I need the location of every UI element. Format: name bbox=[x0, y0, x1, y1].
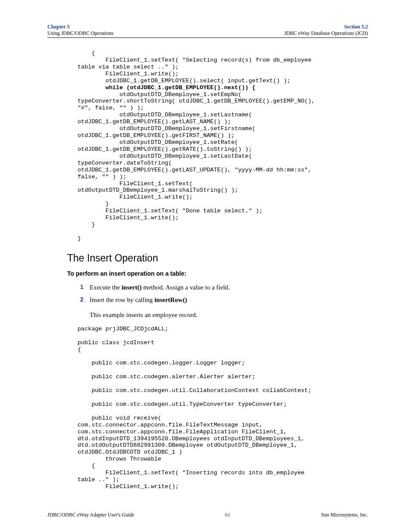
step-1: Execute the insert() method. Assign a va… bbox=[77, 283, 368, 292]
footer-page-number: 61 bbox=[225, 512, 230, 518]
chapter-label: Chapter 5 bbox=[47, 24, 69, 30]
code-block-select: { FileClient_1.setText( "Selecting recor… bbox=[78, 50, 368, 242]
section-subtitle: JDBC eWay Database Operations (JCD) bbox=[284, 30, 368, 36]
section-heading-insert: The Insert Operation bbox=[67, 252, 368, 264]
footer-doc-title: JDBC/ODBC eWay Adapter User's Guide bbox=[47, 512, 134, 518]
code-block-insert: package prjJDBC_JCDjcdALL; public class … bbox=[78, 326, 368, 490]
footer-company: Sun Microsytems, Inc. bbox=[321, 512, 368, 518]
example-text: This example inserts an employee record. bbox=[90, 311, 368, 319]
page-footer: JDBC/ODBC eWay Adapter User's Guide 61 S… bbox=[47, 512, 368, 518]
steps-list: Execute the insert() method. Assign a va… bbox=[77, 283, 368, 305]
section-label: Section 5.2 bbox=[344, 24, 368, 30]
chapter-subtitle: Using JDBC/ODBC Operations bbox=[47, 30, 113, 36]
page-header: Chapter 5 Using JDBC/ODBC Operations Sec… bbox=[47, 24, 368, 38]
step-2: Insert the row by calling insertRow() bbox=[77, 296, 368, 305]
intro-text: To perform an insert operation on a tabl… bbox=[67, 270, 368, 277]
